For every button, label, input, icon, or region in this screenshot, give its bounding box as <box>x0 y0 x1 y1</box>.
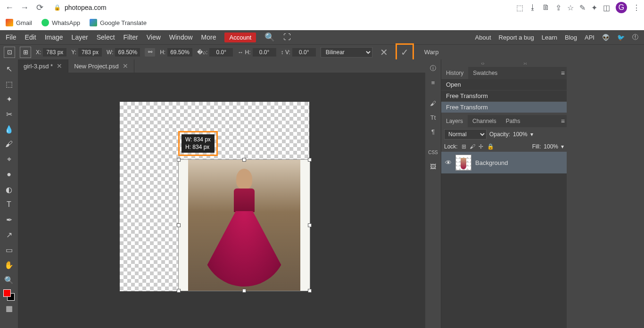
adjust-panel-icon[interactable]: ≡ <box>427 76 439 89</box>
interpolation-select[interactable]: Bilinear <box>321 47 372 57</box>
install-icon[interactable]: ⬚ <box>516 3 523 12</box>
tab-channels[interactable]: Channels <box>468 115 501 127</box>
back-button[interactable]: ← <box>4 2 15 13</box>
path-tool[interactable]: ↗ <box>1 227 17 242</box>
lock-brush-icon[interactable]: 🖌 <box>470 143 475 150</box>
browser-menu-icon[interactable]: ⋮ <box>633 3 640 12</box>
history-item[interactable]: Free Transform <box>441 90 567 102</box>
document-tab[interactable]: New Project.psd✕ <box>68 59 134 73</box>
link-blog[interactable]: Blog <box>565 34 577 41</box>
link-learn[interactable]: Learn <box>542 34 557 41</box>
css-panel-icon[interactable]: CSS <box>427 146 439 158</box>
text-tool[interactable]: T <box>1 197 17 212</box>
info-panel-icon[interactable]: ⓘ <box>427 62 439 74</box>
menu-edit[interactable]: Edit <box>25 33 36 41</box>
confirm-transform-button[interactable]: ✓ <box>396 43 414 61</box>
transform-handle[interactable] <box>242 158 246 162</box>
dropdown-icon[interactable]: ▾ <box>530 131 533 138</box>
tab-history[interactable]: History <box>441 67 468 79</box>
close-icon[interactable]: ✕ <box>123 62 128 70</box>
quickmask-tool[interactable]: ▦ <box>1 301 17 316</box>
eyedropper-ext-icon[interactable]: ✎ <box>579 3 586 12</box>
panel-menu-icon[interactable]: ≡ <box>561 117 565 125</box>
bookmark-whatsapp[interactable]: WhatsApp <box>41 19 80 26</box>
lock-pixels-icon[interactable]: ⊞ <box>462 143 466 150</box>
layer-name[interactable]: Background <box>475 159 508 166</box>
dropdown-icon[interactable]: ▾ <box>561 143 564 150</box>
panel-icon[interactable]: ◫ <box>603 3 610 12</box>
visibility-icon[interactable]: 👁 <box>445 159 452 166</box>
forward-button[interactable]: → <box>19 2 30 13</box>
zoom-tool[interactable]: 🔍 <box>1 272 17 287</box>
fill-value[interactable]: 100% <box>544 143 558 150</box>
marquee-tool[interactable]: ⬚ <box>1 76 17 91</box>
lock-move-icon[interactable]: ✢ <box>479 143 483 150</box>
shape-tool[interactable]: ▭ <box>1 242 17 257</box>
document-tab[interactable]: girl-3.psd *✕ <box>18 59 68 73</box>
cancel-transform-button[interactable]: ✕ <box>377 47 391 58</box>
pen-tool[interactable]: ✒ <box>1 212 17 227</box>
blur-tool[interactable]: ● <box>1 167 17 182</box>
fullscreen-icon[interactable]: ⛶ <box>283 33 291 41</box>
eyedropper-tool[interactable]: 💧 <box>1 122 17 137</box>
panel-menu-icon[interactable]: ≡ <box>561 69 565 77</box>
share-icon[interactable]: ⇪ <box>555 3 561 12</box>
bookmark-translate[interactable]: Google Translate <box>90 19 147 26</box>
h-value[interactable]: 69.50% <box>167 48 192 57</box>
transform-bounding-box[interactable] <box>178 159 310 291</box>
y-value[interactable]: 783 px <box>78 48 102 57</box>
search-icon[interactable]: 🔍 <box>264 32 275 42</box>
link-wh-icon[interactable]: ⚯ <box>145 48 155 57</box>
link-about[interactable]: About <box>475 34 491 41</box>
bookmark-star-icon[interactable]: ☆ <box>567 3 574 12</box>
menu-layer[interactable]: Layer <box>72 33 88 41</box>
transform-handle[interactable] <box>242 289 246 293</box>
account-button[interactable]: Account <box>224 33 256 42</box>
facebook-icon[interactable]: ⓕ <box>632 33 638 41</box>
menu-filter[interactable]: Filter <box>124 33 138 41</box>
tab-layers[interactable]: Layers <box>441 115 468 127</box>
extensions-icon[interactable]: ✦ <box>591 3 597 12</box>
transform-handle[interactable] <box>308 158 312 162</box>
grid-anchor-icon[interactable]: ⊞ <box>20 47 31 58</box>
menu-window[interactable]: Window <box>169 33 193 41</box>
page-icon[interactable]: 🗎 <box>542 3 550 12</box>
transform-handle[interactable] <box>177 158 181 162</box>
transform-handle[interactable] <box>308 223 312 227</box>
menu-image[interactable]: Image <box>45 33 63 41</box>
clone-tool[interactable]: ⌖ <box>1 152 17 167</box>
dodge-tool[interactable]: ◐ <box>1 182 17 197</box>
opacity-value[interactable]: 100% <box>513 131 528 138</box>
tab-paths[interactable]: Paths <box>501 115 525 127</box>
link-report-bug[interactable]: Report a bug <box>499 34 534 41</box>
brush-panel-icon[interactable]: 🖌 <box>427 97 439 109</box>
address-bar[interactable]: 🔒 photopea.com <box>49 1 512 14</box>
link-api[interactable]: API <box>585 34 594 41</box>
angle-value[interactable]: 0.0° <box>209 48 233 57</box>
move-tool[interactable]: ↖ <box>1 61 17 76</box>
wand-tool[interactable]: ✦ <box>1 91 17 107</box>
tab-swatches[interactable]: Swatches <box>468 67 502 79</box>
history-item[interactable]: Free Transform <box>441 102 567 113</box>
color-swatches[interactable] <box>3 289 15 301</box>
menu-more[interactable]: More <box>201 33 216 41</box>
brush-tool[interactable]: 🖌 <box>1 137 17 152</box>
bookmark-gmail[interactable]: Gmail <box>6 19 32 26</box>
reference-point-icon[interactable]: ⊡ <box>4 47 15 58</box>
lock-all-icon[interactable]: 🔒 <box>487 143 494 150</box>
hand-tool[interactable]: ✋ <box>1 257 17 272</box>
close-icon[interactable]: ✕ <box>57 62 62 70</box>
profile-avatar[interactable]: G <box>616 2 627 13</box>
crop-tool[interactable]: ✂ <box>1 107 17 122</box>
layer-thumbnail[interactable] <box>455 155 471 171</box>
warp-button[interactable]: Warp <box>424 49 439 56</box>
paragraph-panel-icon[interactable]: ¶ <box>427 125 439 138</box>
blend-mode-select[interactable]: Normal <box>444 129 487 139</box>
x-value[interactable]: 783 px <box>43 48 66 57</box>
twitter-icon[interactable]: 🐦 <box>617 34 625 41</box>
character-panel-icon[interactable]: Tt <box>427 111 439 123</box>
transform-handle[interactable] <box>177 289 181 293</box>
menu-file[interactable]: File <box>6 33 17 41</box>
history-item[interactable]: Open <box>441 79 567 90</box>
download-icon[interactable]: ⭳ <box>529 3 537 12</box>
